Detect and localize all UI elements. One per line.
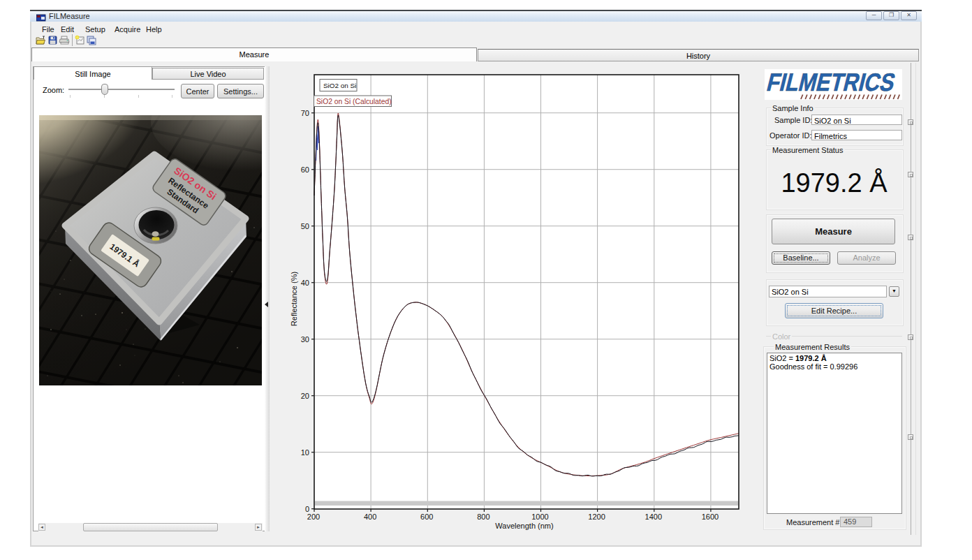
svg-text:1200: 1200 xyxy=(588,513,605,521)
svg-text:0: 0 xyxy=(305,505,309,513)
svg-text:400: 400 xyxy=(364,513,376,521)
svg-text:600: 600 xyxy=(420,513,433,521)
svg-text:200: 200 xyxy=(307,513,320,521)
svg-text:60: 60 xyxy=(301,165,309,174)
svg-text:1600: 1600 xyxy=(702,513,719,521)
svg-text:20: 20 xyxy=(301,392,309,400)
svg-text:1000: 1000 xyxy=(531,513,548,521)
svg-text:SiO2 on Si (Calculated): SiO2 on Si (Calculated) xyxy=(316,98,392,105)
svg-text:50: 50 xyxy=(301,222,309,230)
svg-text:SiO2 on Si: SiO2 on Si xyxy=(323,82,356,89)
svg-text:40: 40 xyxy=(301,279,309,287)
svg-text:1400: 1400 xyxy=(645,513,662,521)
svg-text:70: 70 xyxy=(301,109,309,117)
svg-text:Reflectance (%): Reflectance (%) xyxy=(290,272,298,326)
svg-text:10: 10 xyxy=(301,448,309,457)
svg-text:800: 800 xyxy=(477,513,489,521)
svg-text:Wavelength (nm): Wavelength (nm) xyxy=(495,522,553,530)
svg-text:30: 30 xyxy=(301,335,309,344)
svg-text:FILMETRICS: FILMETRICS xyxy=(765,69,898,96)
